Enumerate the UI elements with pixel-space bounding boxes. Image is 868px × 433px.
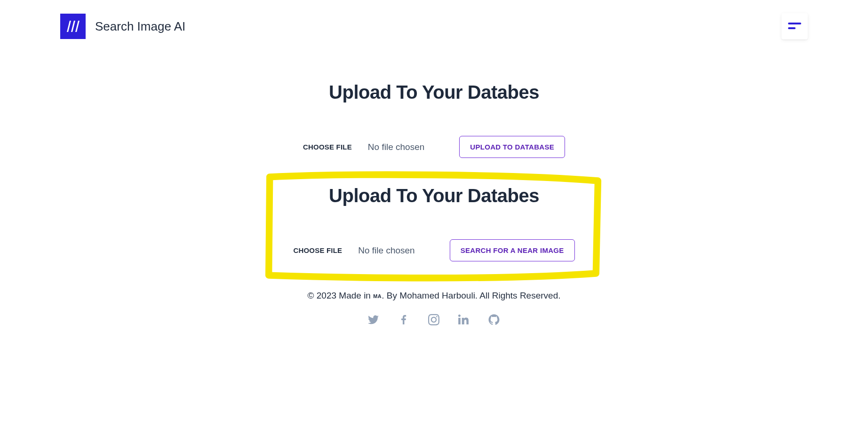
- facebook-icon[interactable]: [398, 314, 409, 325]
- instagram-icon[interactable]: [428, 314, 439, 325]
- menu-icon: [788, 22, 801, 31]
- country-code: MA: [373, 293, 382, 299]
- annotated-section-wrapper: Upload To Your Databes CHOOSE FILE No fi…: [265, 171, 603, 280]
- linkedin-icon[interactable]: [458, 314, 470, 325]
- copyright-text: © 2023 Made in MA. By Mohamed Harbouli. …: [308, 291, 561, 301]
- upload-section: Upload To Your Databes CHOOSE FILE No fi…: [303, 82, 565, 158]
- github-icon[interactable]: [488, 314, 500, 325]
- choose-file-button[interactable]: CHOOSE FILE: [303, 143, 352, 151]
- upload-title: Upload To Your Databes: [329, 82, 539, 103]
- file-status-text: No file chosen: [368, 142, 424, 152]
- search-section: Upload To Your Databes CHOOSE FILE No fi…: [293, 185, 574, 261]
- brand: Search Image AI: [60, 14, 185, 39]
- menu-button[interactable]: [781, 13, 808, 39]
- copyright-suffix: . By Mohamed Harbouli. All Rights Reserv…: [382, 291, 560, 300]
- app-header: Search Image AI: [0, 0, 868, 39]
- social-links: [368, 314, 500, 325]
- brand-title: Search Image AI: [95, 19, 185, 34]
- copyright-prefix: © 2023 Made in: [308, 291, 374, 300]
- search-title: Upload To Your Databes: [329, 185, 539, 206]
- search-near-image-button[interactable]: SEARCH FOR A NEAR IMAGE: [450, 239, 575, 261]
- app-logo-icon: [60, 14, 86, 39]
- upload-to-database-button[interactable]: UPLOAD TO DATABASE: [459, 136, 565, 158]
- file-status-text-search: No file chosen: [358, 245, 414, 256]
- footer: © 2023 Made in MA. By Mohamed Harbouli. …: [308, 291, 561, 325]
- twitter-icon[interactable]: [368, 314, 379, 325]
- svg-rect-1: [788, 27, 796, 29]
- main-content: Upload To Your Databes CHOOSE FILE No fi…: [0, 39, 868, 325]
- choose-file-button-search[interactable]: CHOOSE FILE: [293, 246, 342, 254]
- upload-file-row: CHOOSE FILE No file chosen UPLOAD TO DAT…: [303, 136, 565, 158]
- svg-rect-0: [788, 23, 801, 24]
- search-file-row: CHOOSE FILE No file chosen SEARCH FOR A …: [293, 239, 574, 261]
